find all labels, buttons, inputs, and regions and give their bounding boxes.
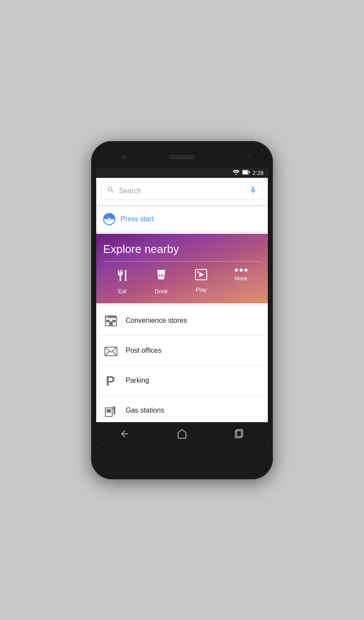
category-drink[interactable]: Drink: [155, 269, 168, 295]
list-item-post[interactable]: Post offices: [96, 336, 268, 366]
post-office-icon: [103, 343, 119, 358]
navigation-bar: [96, 422, 268, 448]
list-item-gas[interactable]: Gas stations: [96, 396, 268, 422]
recents-button[interactable]: [230, 424, 249, 446]
home-button[interactable]: [172, 424, 192, 446]
explore-divider: [103, 261, 261, 262]
svg-rect-18: [107, 409, 111, 413]
phone-top-hardware: [96, 146, 268, 168]
search-placeholder: Search: [119, 187, 245, 195]
screen-content: Search Press start Explore nea: [96, 178, 268, 422]
drink-icon: [156, 269, 166, 285]
gas-stations-label: Gas stations: [126, 407, 164, 414]
svg-rect-9: [109, 321, 113, 326]
play-label: Play: [196, 286, 207, 293]
search-bar-container: Search: [96, 178, 268, 204]
gas-station-icon: [103, 403, 119, 418]
play-icon: [195, 269, 208, 284]
explore-categories: Eat Drink: [103, 269, 261, 295]
svg-point-0: [235, 174, 237, 175]
svg-line-15: [113, 351, 117, 356]
more-dots-icon: [235, 269, 247, 272]
phone-device: 2:28 Search: [91, 141, 273, 479]
phone-speaker: [169, 155, 195, 159]
phone-sensors: [244, 156, 250, 158]
category-play[interactable]: Play: [195, 269, 208, 295]
convenience-store-icon: 24: [103, 313, 119, 328]
svg-rect-12: [112, 320, 116, 322]
press-start-label: Press start: [120, 215, 153, 223]
phone-dot: [244, 156, 247, 158]
pokeball-center: [107, 217, 111, 221]
category-more[interactable]: More: [234, 269, 247, 295]
svg-line-14: [105, 351, 109, 356]
nearby-list: 24 Convenience stores: [96, 306, 268, 422]
search-icon: [107, 186, 115, 196]
search-bar[interactable]: Search: [101, 182, 263, 200]
back-button[interactable]: [115, 424, 134, 446]
list-item-convenience[interactable]: 24 Convenience stores: [96, 306, 268, 336]
battery-icon: [242, 170, 250, 176]
phone-dot: [248, 156, 250, 158]
svg-point-6: [197, 271, 199, 273]
microphone-icon[interactable]: [249, 186, 257, 196]
svg-point-19: [113, 407, 115, 409]
more-label: More: [234, 275, 247, 282]
eat-icon: [117, 269, 128, 285]
svg-text:P: P: [106, 374, 115, 387]
explore-nearby-card: Explore nearby Eat: [96, 234, 268, 303]
svg-rect-2: [243, 171, 248, 174]
convenience-stores-label: Convenience stores: [126, 317, 187, 325]
explore-title: Explore nearby: [103, 243, 261, 256]
list-item-parking[interactable]: P Parking: [96, 366, 268, 396]
phone-camera: [122, 155, 127, 159]
pokeball-icon: [103, 213, 115, 225]
svg-rect-3: [249, 171, 250, 173]
status-time: 2:28: [253, 170, 263, 176]
wifi-icon: [233, 170, 240, 176]
status-bar: 2:28: [96, 168, 268, 178]
phone-screen: 2:28 Search: [96, 168, 268, 448]
drink-label: Drink: [155, 288, 168, 295]
svg-rect-11: [106, 320, 110, 322]
eat-label: Eat: [118, 288, 127, 295]
parking-icon: P: [103, 373, 119, 388]
svg-marker-5: [199, 272, 204, 277]
category-eat[interactable]: Eat: [117, 269, 128, 295]
parking-label: Parking: [126, 377, 149, 384]
post-offices-label: Post offices: [126, 347, 161, 354]
press-start-section[interactable]: Press start: [96, 207, 268, 231]
svg-text:24: 24: [106, 316, 109, 318]
